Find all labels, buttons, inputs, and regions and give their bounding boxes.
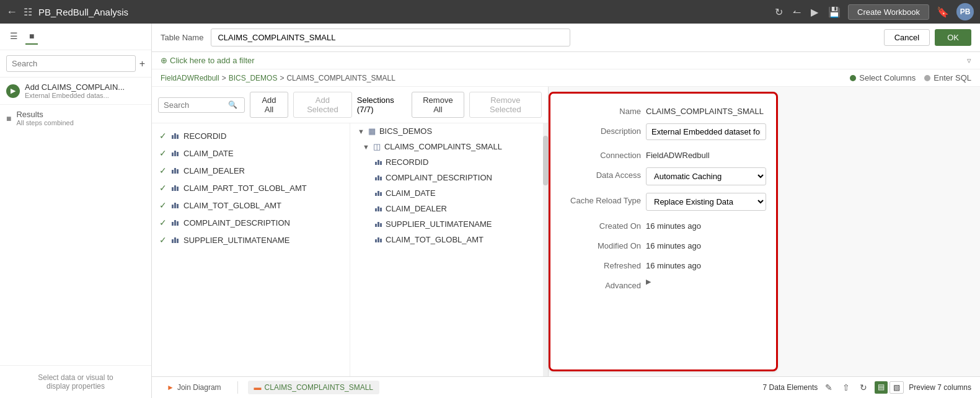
join-diagram-label: Join Diagram (177, 383, 221, 392)
join-icon: ► (167, 383, 174, 392)
available-columns: ✓ RECORDID ✓ CLAIM_DATE (152, 123, 350, 376)
tree-node-name: RECORDID (386, 157, 428, 167)
props-row-created: Created On 16 minutes ago (560, 218, 766, 231)
left-panel: 🔍 Add All Add Selected Selections (7/7) … (152, 87, 549, 376)
bottom-tab-label: CLAIMS_COMPLAINTS_SMALL (265, 383, 373, 392)
col-item-claim-tot[interactable]: ✓ CLAIM_TOT_GLOBL_AMT (152, 197, 350, 214)
header-actions: Cancel OK (884, 29, 971, 46)
props-cache-reload-select[interactable]: Replace Existing Data (646, 193, 766, 211)
breadcrumb-sep-1: > (280, 74, 284, 82)
radio-select-columns-label: Select Columns (859, 73, 916, 82)
col-bars-icon (172, 185, 179, 191)
col-name: CLAIM_DEALER (183, 166, 245, 175)
tree-item-supplier[interactable]: SUPPLIER_ULTIMATENAME (350, 216, 543, 232)
bottom-info: 7 Data Elements ✎ ⇧ ↻ ▤ ▧ Preview 7 colu… (763, 381, 971, 394)
col-bars-icon (172, 203, 179, 208)
radio-enter-sql[interactable]: Enter SQL (924, 73, 971, 82)
sidebar: ☰ ■ + ▶ Add CLAIMS_COMPLAIN... External … (0, 24, 152, 398)
col-item-complaint[interactable]: ✓ COMPLAINT_DESCRIPTION (152, 214, 350, 231)
tree-expand-icon[interactable]: ▼ (358, 128, 364, 135)
tree-item-complaint-desc[interactable]: COMPLAINT_DESCRIPTION (350, 170, 543, 185)
bookmark-icon[interactable]: 🔖 (934, 5, 951, 19)
add-selected-button[interactable]: Add Selected (293, 92, 352, 118)
col-check-icon: ✓ (159, 166, 167, 175)
bottom-icon-1[interactable]: ✎ (823, 381, 835, 394)
create-workbook-button[interactable]: Create Workbook (848, 4, 929, 20)
props-row-refreshed: Refreshed 16 minutes ago (560, 258, 766, 270)
present-icon[interactable]: ▶ (808, 5, 821, 19)
props-row-name: Name CLAIMS_COMPLAINTS_SMALL (560, 104, 766, 116)
ok-button[interactable]: OK (935, 29, 971, 46)
remove-all-button[interactable]: Remove All (412, 92, 464, 118)
tree-item-bics-demos[interactable]: ▼ ▦ BICS_DEMOS (350, 123, 543, 139)
props-row-data-access: Data Access Automatic Caching (560, 167, 766, 185)
tree-item-claims-table[interactable]: ▼ ◫ CLAIMS_COMPLAINTS_SMALL (350, 139, 543, 154)
col-check-icon: ✓ (159, 200, 167, 210)
filter-bar[interactable]: ⊕ Click here to add a filter ▿ (152, 52, 980, 69)
list-view-btn[interactable]: ▧ (890, 381, 904, 394)
props-advanced-arrow[interactable]: ▶ (646, 278, 651, 286)
col-item-claim-date[interactable]: ✓ CLAIM_DATE (152, 144, 350, 162)
props-row-cache-reload: Cache Reload Type Replace Existing Data (560, 193, 766, 211)
table-name-label: Table Name (161, 33, 203, 42)
sidebar-items: ▶ Add CLAIMS_COMPLAIN... External Embedd… (0, 77, 151, 365)
props-description-input[interactable] (646, 123, 766, 140)
sidebar-search-input[interactable] (6, 55, 136, 72)
props-created-label: Created On (560, 218, 641, 231)
sidebar-tab-menu[interactable]: ☰ (6, 29, 22, 45)
redo-button[interactable]: ↼ (790, 5, 803, 19)
add-all-button[interactable]: Add All (250, 92, 288, 118)
scrollbar-track[interactable] (543, 123, 548, 376)
filter-icon[interactable]: ▿ (967, 56, 971, 65)
grid-view-btn[interactable]: ▤ (875, 381, 888, 394)
table-name-input[interactable] (211, 29, 570, 46)
bottom-tab-join[interactable]: ► Join Diagram (161, 381, 227, 394)
col-item-claim-part[interactable]: ✓ CLAIM_PART_TOT_GLOBL_AMT (152, 179, 350, 197)
radio-select-columns[interactable]: Select Columns (850, 73, 916, 82)
breadcrumb: FieldADWRedbull > BICS_DEMOS > CLAIMS_CO… (152, 69, 980, 87)
breadcrumb-item-1[interactable]: BICS_DEMOS (229, 74, 278, 82)
col-bars-icon (172, 237, 179, 243)
tree-item-claim-dealer[interactable]: CLAIM_DEALER (350, 201, 543, 216)
col-bars-icon2 (375, 160, 382, 165)
tree-node-claims: CLAIMS_COMPLAINTS_SMALL (384, 142, 502, 151)
results-subtitle: All steps combined (16, 119, 73, 126)
props-refreshed-label: Refreshed (560, 258, 641, 270)
props-data-access-select[interactable]: Automatic Caching (646, 167, 766, 185)
col-name: CLAIM_PART_TOT_GLOBL_AMT (183, 184, 307, 193)
bottom-tab-claims[interactable]: ▬ CLAIMS_COMPLAINTS_SMALL (248, 381, 379, 394)
col-name: CLAIM_TOT_GLOBL_AMT (183, 201, 281, 210)
props-modified-label: Modified On (560, 238, 641, 250)
props-connection-label: Connection (560, 148, 641, 160)
columns-search-input[interactable] (164, 100, 226, 110)
back-button[interactable]: ← (6, 6, 17, 19)
bottom-icon-2[interactable]: ⇧ (840, 381, 852, 394)
tree-item-recordid[interactable]: RECORDID (350, 154, 543, 170)
col-item-recordid[interactable]: ✓ RECORDID (152, 127, 350, 144)
content-area: Table Name Cancel OK ⊕ Click here to add… (152, 24, 980, 398)
col-item-claim-dealer[interactable]: ✓ CLAIM_DEALER (152, 162, 350, 179)
tree-expand-icon[interactable]: ▼ (363, 143, 369, 151)
tree-item-claim-date[interactable]: CLAIM_DATE (350, 185, 543, 201)
undo-button[interactable]: ↻ (772, 5, 785, 19)
selections-label: Selections (7/7) (357, 95, 407, 114)
tree-scroll[interactable]: ▼ ▦ BICS_DEMOS ▼ ◫ CLAIMS_COMPLAINTS_SMA… (350, 123, 548, 376)
sidebar-item-claims[interactable]: ▶ Add CLAIMS_COMPLAIN... External Embedd… (0, 77, 151, 105)
remove-selected-button[interactable]: Remove Selected (469, 92, 542, 118)
breadcrumb-item-0[interactable]: FieldADWRedbull (161, 74, 219, 82)
tree-item-claim-tot[interactable]: CLAIM_TOT_GLOBL_AMT (350, 232, 543, 247)
col-bars-icon2 (375, 175, 382, 180)
filter-plus-icon: ⊕ (161, 56, 167, 65)
cancel-button[interactable]: Cancel (884, 29, 930, 46)
topbar-actions: ↻ ↼ ▶ 💾 Create Workbook 🔖 PB (772, 3, 974, 20)
sidebar-tab-data[interactable]: ■ (25, 29, 38, 45)
save-icon[interactable]: 💾 (826, 5, 843, 19)
scrollbar-thumb (543, 136, 548, 185)
col-item-supplier[interactable]: ✓ SUPPLIER_ULTIMATENAME (152, 231, 350, 249)
props-row-modified: Modified On 16 minutes ago (560, 238, 766, 250)
sidebar-add-icon[interactable]: + (139, 58, 145, 69)
breadcrumb-sep-0: > (222, 74, 226, 82)
tree-panel: ▼ ▦ BICS_DEMOS ▼ ◫ CLAIMS_COMPLAINTS_SMA… (350, 123, 548, 376)
props-data-access-label: Data Access (560, 167, 641, 180)
bottom-refresh-icon[interactable]: ↻ (857, 381, 870, 394)
